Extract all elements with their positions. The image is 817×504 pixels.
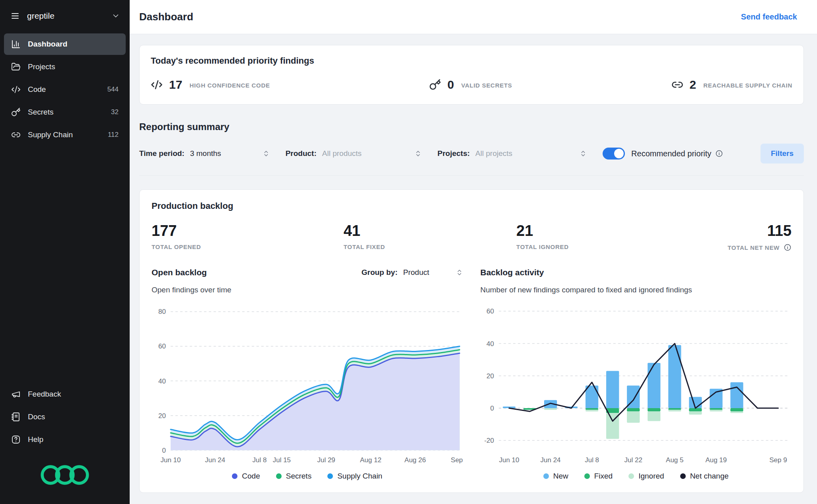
open-backlog-header: Open backlog Group by: Product (152, 266, 463, 279)
dashboard-icon (11, 39, 21, 49)
group-by-control: Group by: Product (362, 268, 463, 277)
svg-text:Jun 24: Jun 24 (205, 456, 225, 464)
stat-label: VALID SECRETS (461, 81, 512, 89)
code-legend-dot (232, 473, 237, 479)
sidebar-item-label: Docs (28, 413, 45, 421)
legend-label: Fixed (594, 472, 613, 481)
stat-value: 2 (690, 78, 696, 91)
time-period-label: Time period: (139, 149, 185, 158)
info-icon[interactable] (715, 150, 723, 158)
svg-text:Sep 9: Sep 9 (769, 456, 787, 464)
megaphone-icon (11, 389, 21, 399)
backlog-activity-legend: New Fixed Ignored (480, 472, 792, 481)
sidebar-item-help[interactable]: Help (4, 429, 126, 450)
legend-label: Net change (690, 472, 729, 481)
svg-text:60: 60 (158, 342, 166, 350)
legend-label: Ignored (638, 472, 664, 481)
svg-text:Sep 9: Sep 9 (451, 456, 463, 464)
total-label: TOTAL NET NEW (728, 243, 792, 251)
product-label: Product: (286, 149, 317, 158)
info-icon[interactable] (784, 243, 792, 251)
open-backlog-section: Open backlog Group by: Product (152, 266, 463, 481)
code-icon (151, 79, 163, 91)
sidebar-footer: Feedback Docs Help (0, 383, 130, 504)
org-name: greptile (27, 11, 104, 21)
open-backlog-title: Open backlog (152, 268, 207, 277)
charts-row: Open backlog Group by: Product (152, 266, 792, 481)
sidebar-item-feedback[interactable]: Feedback (4, 383, 126, 405)
sidebar-item-label: Projects (28, 62, 55, 71)
time-period-filter: Time period: 3 months (139, 149, 270, 158)
legend-label: New (553, 472, 568, 481)
stat-valid-secrets[interactable]: 0 VALID SECRETS (429, 78, 512, 91)
supply-chain-legend-dot (327, 473, 333, 479)
svg-text:Aug 19: Aug 19 (705, 456, 727, 464)
sidebar-item-secrets[interactable]: Secrets 32 (4, 101, 126, 123)
sidebar-item-projects[interactable]: Projects (4, 56, 126, 78)
group-by-select[interactable]: Product (403, 268, 463, 277)
sidebar-item-supply-chain[interactable]: Supply Chain 112 (4, 124, 126, 146)
total-label: TOTAL IGNORED (516, 243, 702, 250)
sidebar-item-label: Dashboard (28, 40, 67, 49)
svg-text:Jul 15: Jul 15 (273, 456, 291, 464)
svg-text:20: 20 (486, 372, 494, 380)
time-period-select[interactable]: 3 months (190, 149, 270, 158)
svg-text:Jul 22: Jul 22 (624, 456, 642, 464)
projects-value: All projects (475, 149, 512, 158)
stat-high-confidence-code[interactable]: 17 HIGH CONFIDENCE CODE (151, 78, 270, 91)
svg-text:80: 80 (158, 308, 166, 315)
stat-label: REACHABLE SUPPLY CHAIN (703, 81, 792, 89)
group-by-label: Group by: (362, 268, 398, 277)
total-fixed: 41 TOTAL FIXED (344, 222, 516, 251)
sidebar-item-count: 112 (108, 131, 119, 139)
key-icon (429, 79, 441, 91)
page-title: Dashboard (139, 11, 193, 23)
svg-text:Jul 8: Jul 8 (253, 456, 267, 464)
send-feedback-link[interactable]: Send feedback (741, 12, 797, 21)
backlog-card-title: Production backlog (152, 201, 792, 211)
stat-reachable-supply-chain[interactable]: 2 REACHABLE SUPPLY CHAIN (671, 78, 792, 91)
legend-item-fixed: Fixed (584, 472, 613, 481)
svg-text:Jul 8: Jul 8 (585, 456, 599, 464)
projects-label: Projects: (438, 149, 470, 158)
backlog-activity-subtitle: Number of new findings compared to fixed… (480, 286, 792, 294)
total-label-text: TOTAL NET NEW (728, 244, 780, 251)
svg-text:Jun 24: Jun 24 (540, 456, 560, 464)
svg-text:-20: -20 (484, 437, 494, 444)
stat-label: HIGH CONFIDENCE CODE (189, 81, 270, 89)
sidebar-item-count: 544 (107, 86, 119, 93)
svg-text:40: 40 (486, 340, 494, 348)
reporting-summary-title: Reporting summary (139, 121, 804, 132)
legend-label: Secrets (286, 472, 311, 481)
backlog-activity-chart[interactable]: -200204060Jun 10Jun 24Jul 8Jul 22Aug 5Au… (480, 299, 792, 466)
main-area: Dashboard Send feedback Today's recommen… (130, 0, 817, 504)
backlog-activity-title: Backlog activity (480, 268, 544, 277)
total-label: TOTAL FIXED (344, 243, 516, 250)
sidebar-item-docs[interactable]: Docs (4, 406, 126, 428)
priority-findings-card: Today's recommended priority findings 17… (139, 45, 804, 105)
chevrons-up-down-icon (414, 150, 422, 157)
total-opened: 177 TOTAL OPENED (152, 222, 344, 251)
key-icon (11, 107, 21, 117)
filters-button[interactable]: Filters (761, 144, 804, 163)
open-backlog-chart[interactable]: 020406080Jun 10Jun 24Jul 8Jul 15Jul 29Au… (152, 299, 463, 466)
svg-text:0: 0 (162, 447, 166, 454)
projects-select[interactable]: All projects (475, 149, 587, 158)
backlog-activity-header: Backlog activity (480, 266, 792, 279)
sidebar-item-label: Feedback (28, 390, 61, 399)
group-by-value: Product (403, 268, 429, 277)
sidebar-item-label: Secrets (28, 108, 53, 117)
backlog-activity-section: Backlog activity Number of new findings … (480, 266, 792, 481)
total-value: 177 (152, 222, 344, 239)
recommended-priority-toggle[interactable] (603, 148, 625, 160)
menu-icon[interactable] (10, 11, 20, 21)
chevrons-up-down-icon (456, 269, 463, 276)
projects-filter: Projects: All projects (438, 149, 587, 158)
product-select[interactable]: All products (322, 149, 422, 158)
sidebar-item-dashboard[interactable]: Dashboard (4, 33, 126, 55)
legend-item-new: New (543, 472, 568, 481)
sidebar-item-code[interactable]: Code 544 (4, 79, 126, 100)
chevrons-up-down-icon (580, 150, 587, 157)
chevron-down-icon[interactable] (111, 12, 120, 20)
svg-text:Jun 10: Jun 10 (161, 456, 181, 464)
